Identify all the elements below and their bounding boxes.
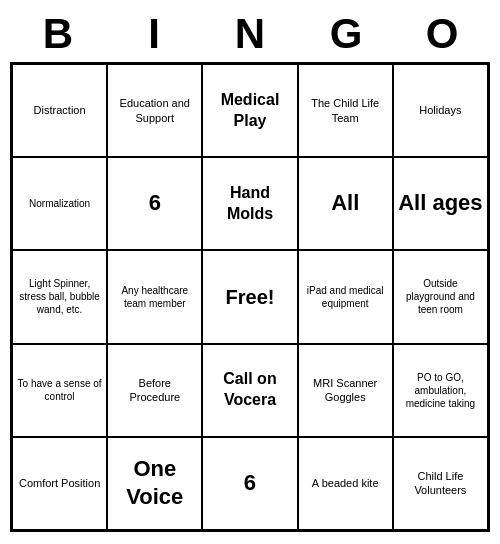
cell-r0-c0: Distraction bbox=[12, 64, 107, 157]
letter-b: B bbox=[10, 10, 106, 58]
letter-n: N bbox=[202, 10, 298, 58]
cell-r4-c4: Child Life Volunteers bbox=[393, 437, 488, 530]
cell-r0-c2: Medical Play bbox=[202, 64, 297, 157]
cell-r0-c3: The Child Life Team bbox=[298, 64, 393, 157]
cell-r3-c2: Call on Vocera bbox=[202, 344, 297, 437]
cell-r4-c3: A beaded kite bbox=[298, 437, 393, 530]
cell-r3-c1: Before Procedure bbox=[107, 344, 202, 437]
cell-r3-c3: MRI Scanner Goggles bbox=[298, 344, 393, 437]
cell-r1-c2: Hand Molds bbox=[202, 157, 297, 250]
letter-g: G bbox=[298, 10, 394, 58]
letter-i: I bbox=[106, 10, 202, 58]
cell-r3-c4: PO to GO, ambulation, medicine taking bbox=[393, 344, 488, 437]
cell-r0-c4: Holidays bbox=[393, 64, 488, 157]
cell-r1-c3: All bbox=[298, 157, 393, 250]
cell-r2-c3: iPad and medical equipment bbox=[298, 250, 393, 343]
bingo-grid: DistractionEducation and SupportMedical … bbox=[10, 62, 490, 532]
cell-r1-c1: 6 bbox=[107, 157, 202, 250]
bingo-header: B I N G O bbox=[10, 10, 490, 58]
cell-r3-c0: To have a sense of control bbox=[12, 344, 107, 437]
letter-o: O bbox=[394, 10, 490, 58]
cell-r2-c1: Any healthcare team member bbox=[107, 250, 202, 343]
cell-r4-c0: Comfort Position bbox=[12, 437, 107, 530]
cell-r4-c1: One Voice bbox=[107, 437, 202, 530]
cell-r1-c0: Normalization bbox=[12, 157, 107, 250]
cell-r0-c1: Education and Support bbox=[107, 64, 202, 157]
cell-r1-c4: All ages bbox=[393, 157, 488, 250]
cell-r2-c2: Free! bbox=[202, 250, 297, 343]
cell-r2-c4: Outside playground and teen room bbox=[393, 250, 488, 343]
cell-r4-c2: 6 bbox=[202, 437, 297, 530]
cell-r2-c0: Light Spinner, stress ball, bubble wand,… bbox=[12, 250, 107, 343]
